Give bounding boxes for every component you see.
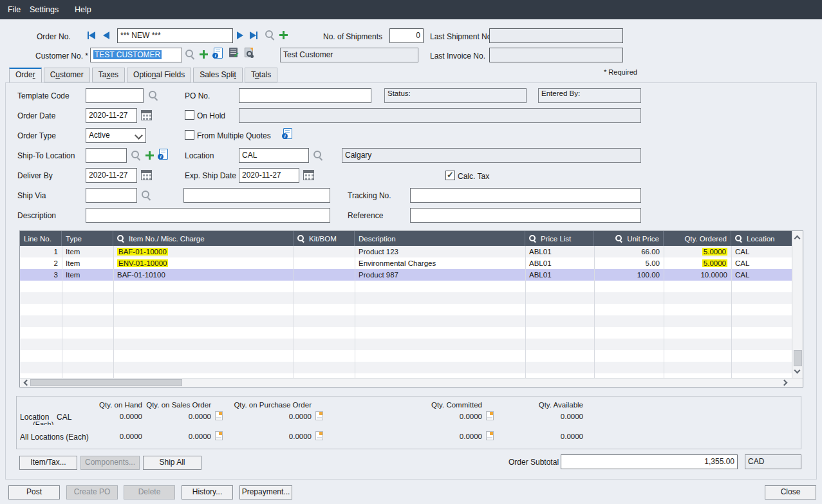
menu-item-help[interactable]: Help xyxy=(75,5,91,14)
customer-details-icon[interactable] xyxy=(214,48,223,59)
credit-check-icon[interactable] xyxy=(229,48,238,57)
cell-description[interactable]: Product 987 xyxy=(355,269,525,281)
customer-search-icon[interactable] xyxy=(185,49,196,60)
vertical-scrollbar-thumb[interactable] xyxy=(794,350,802,366)
cell-type[interactable]: Item xyxy=(62,246,113,257)
description-input[interactable] xyxy=(86,208,330,223)
cell-description[interactable]: Product 123 xyxy=(355,246,525,257)
ship-via-input[interactable] xyxy=(86,188,137,203)
history-button[interactable]: History... xyxy=(182,485,233,499)
column-header-price-list[interactable]: Price List xyxy=(525,231,594,246)
scroll-down-button[interactable] xyxy=(792,366,803,377)
tab-taxes[interactable]: Taxes xyxy=(92,68,125,82)
reference-input[interactable] xyxy=(410,208,641,223)
scroll-right-button[interactable] xyxy=(781,378,791,389)
on-hold-checkbox[interactable] xyxy=(185,110,194,120)
last-record-button[interactable] xyxy=(250,30,257,41)
item-tax-button[interactable]: Item/Tax... xyxy=(19,456,77,470)
cell-qty-ordered[interactable]: 5.0000 xyxy=(664,257,731,269)
table-row-selected[interactable]: 3 Item BAF-01-10100 Product 987 ABL01 10… xyxy=(20,269,792,281)
tab-customer[interactable]: Customer xyxy=(44,68,90,82)
cell-type[interactable]: Item xyxy=(62,257,113,269)
cell-item-no[interactable]: BAF-01-10000 xyxy=(113,246,294,257)
column-header-item-no[interactable]: Item No./ Misc. Charge xyxy=(113,231,294,246)
column-header-type[interactable]: Type xyxy=(62,231,113,246)
ship-to-location-input[interactable] xyxy=(86,148,127,163)
order-date-calendar-icon[interactable] xyxy=(141,110,152,120)
first-record-button[interactable] xyxy=(88,30,95,41)
cell-location[interactable]: CAL xyxy=(731,269,792,281)
cell-line-no[interactable]: 1 xyxy=(20,246,62,257)
order-date-input[interactable]: 2020-11-27 xyxy=(86,108,137,123)
add-ship-to-icon[interactable] xyxy=(145,151,154,160)
prepayment-button[interactable]: Prepayment... xyxy=(239,485,292,499)
ship-via-search-icon[interactable] xyxy=(141,190,152,201)
cell-kit-bom[interactable] xyxy=(294,246,355,257)
horizontal-scrollbar-thumb[interactable] xyxy=(30,379,182,386)
template-code-input[interactable] xyxy=(86,88,144,103)
vertical-scrollbar[interactable] xyxy=(792,231,803,378)
cell-location[interactable]: CAL xyxy=(731,257,792,269)
table-row[interactable]: 1 Item BAF-01-10000 Product 123 ABL01 66… xyxy=(20,246,792,257)
menu-item-settings[interactable]: Settings xyxy=(30,5,59,14)
cell-unit-price[interactable]: 100.00 xyxy=(594,269,664,281)
order-no-input[interactable]: *** NEW *** xyxy=(117,28,233,43)
column-header-line-no[interactable]: Line No. xyxy=(20,231,62,246)
ship-via-description-input[interactable] xyxy=(183,188,330,203)
location-search-icon[interactable] xyxy=(313,150,324,161)
tab-optional-fields[interactable]: Optional Fields xyxy=(127,68,191,82)
drilldown-icon[interactable] xyxy=(486,431,494,440)
cell-unit-price[interactable]: 5.00 xyxy=(594,257,664,269)
cell-item-no[interactable]: BAF-01-10100 xyxy=(113,269,294,281)
cell-price-list[interactable]: ABL01 xyxy=(525,246,594,257)
table-row[interactable]: 2 Item ENV-01-10000 Environmental Charge… xyxy=(20,257,792,269)
from-multiple-quotes-checkbox[interactable] xyxy=(185,130,194,140)
cell-line-no[interactable]: 2 xyxy=(20,257,62,269)
template-search-icon[interactable] xyxy=(148,90,159,101)
drilldown-icon[interactable] xyxy=(315,411,323,420)
cell-price-list[interactable]: ABL01 xyxy=(525,257,594,269)
deliver-by-calendar-icon[interactable] xyxy=(141,170,152,180)
scroll-up-button[interactable] xyxy=(792,232,803,243)
cell-kit-bom[interactable] xyxy=(294,269,355,281)
exp-ship-calendar-icon[interactable] xyxy=(303,170,314,180)
tracking-no-input[interactable] xyxy=(410,188,641,203)
ship-all-button[interactable]: Ship All xyxy=(143,456,201,470)
previous-record-button[interactable] xyxy=(103,30,109,41)
drilldown-icon[interactable] xyxy=(486,411,494,420)
tab-totals[interactable]: Totals xyxy=(245,68,277,82)
cell-unit-price[interactable]: 66.00 xyxy=(594,246,664,257)
location-input[interactable]: CAL xyxy=(239,148,309,163)
po-no-input[interactable] xyxy=(239,88,371,103)
deliver-by-input[interactable]: 2020-11-27 xyxy=(86,168,137,183)
column-header-description[interactable]: Description xyxy=(355,231,525,246)
cell-qty-ordered[interactable]: 10.0000 xyxy=(664,269,731,281)
cell-kit-bom[interactable] xyxy=(294,257,355,269)
tab-order[interactable]: Order xyxy=(9,68,42,83)
ship-to-search-icon[interactable] xyxy=(131,150,142,161)
ship-to-details-icon[interactable] xyxy=(159,149,168,160)
column-header-kit-bom[interactable]: Kit/BOM xyxy=(294,231,355,246)
horizontal-scrollbar[interactable] xyxy=(20,378,803,387)
column-header-unit-price[interactable]: Unit Price xyxy=(594,231,664,246)
cell-type[interactable]: Item xyxy=(62,269,113,281)
menu-item-file[interactable]: File xyxy=(8,5,21,14)
close-button[interactable]: Close xyxy=(765,485,816,499)
post-button[interactable]: Post xyxy=(8,485,60,499)
next-record-button[interactable] xyxy=(237,30,243,41)
drilldown-icon[interactable] xyxy=(315,431,323,440)
quotes-details-icon[interactable] xyxy=(283,128,292,139)
cell-qty-ordered[interactable]: 5.0000 xyxy=(664,246,731,257)
customer-inquiry-icon[interactable] xyxy=(245,48,253,57)
exp-ship-date-input[interactable]: 2020-11-27 xyxy=(239,168,299,183)
cell-price-list[interactable]: ABL01 xyxy=(525,269,594,281)
order-search-icon[interactable] xyxy=(265,30,276,41)
customer-no-input[interactable]: TEST CUSTOMER xyxy=(90,48,182,62)
cell-description[interactable]: Environmental Charges xyxy=(355,257,525,269)
tab-sales-split[interactable]: Sales Split xyxy=(193,68,243,82)
column-header-qty-ordered[interactable]: Qty. Ordered xyxy=(664,231,731,246)
column-header-location[interactable]: Location xyxy=(731,231,792,246)
calc-tax-checkbox[interactable] xyxy=(445,171,455,180)
cell-location[interactable]: CAL xyxy=(731,246,792,257)
cell-item-no[interactable]: ENV-01-10000 xyxy=(113,257,294,269)
